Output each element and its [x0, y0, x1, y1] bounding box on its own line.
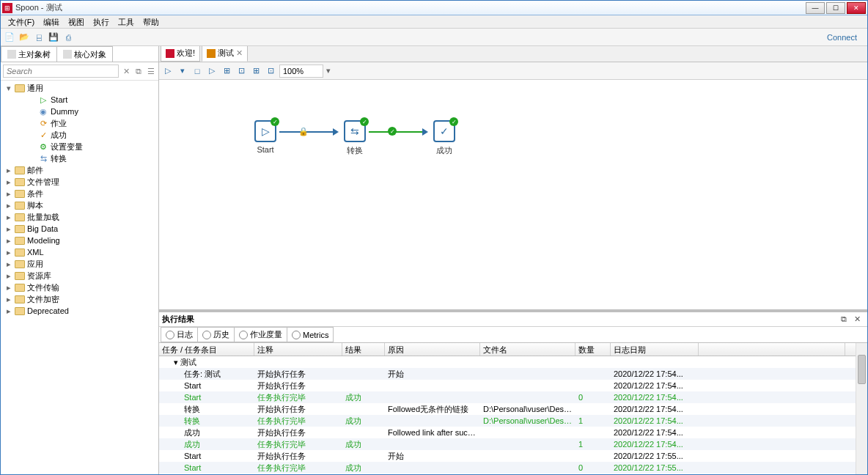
repo-icon[interactable]: ⌸	[33, 32, 45, 43]
run-icon[interactable]: ▷	[162, 65, 174, 77]
folder-icon	[15, 295, 25, 303]
column-header[interactable]	[699, 343, 845, 356]
results-tab[interactable]: 作业度量	[234, 327, 287, 342]
table-row[interactable]: ▾ 测试	[159, 356, 867, 368]
tree-node[interactable]: ▸Big Data	[2, 223, 157, 235]
editor-tab[interactable]: 测试✕	[202, 46, 248, 62]
tree-node[interactable]: ▸文件管理	[2, 176, 157, 188]
step-label: 成功	[426, 145, 463, 156]
tree-node[interactable]: ▸邮件	[2, 164, 157, 176]
success-badge-icon: ✓	[360, 117, 369, 126]
tree-node[interactable]: ▸Modeling	[2, 235, 157, 246]
save-icon[interactable]: 💾	[48, 32, 59, 43]
sidebar-tab-tree[interactable]: 主对象树	[1, 46, 57, 62]
table-row[interactable]: 转换开始执行任务Followed无条件的链接D:\Personal\vuser\…	[159, 474, 867, 474]
tree-node[interactable]: ⇆转换	[2, 152, 157, 164]
stop-icon[interactable]: □	[191, 65, 203, 77]
editor-tab[interactable]: 欢迎!	[161, 46, 200, 62]
tree-node[interactable]: ▸批量加载	[2, 211, 157, 223]
results-title: 执行结果	[162, 314, 838, 325]
sidebar-tab-core[interactable]: 核心对象	[56, 46, 113, 62]
search-input[interactable]	[3, 65, 119, 78]
verify-icon[interactable]: ⊡	[235, 65, 247, 77]
sidebar: 主对象树 核心对象 ✕ ⧉ ☰ ▾通用▷Start◉Dummy⟳作业✓成功⚙设置…	[1, 46, 159, 474]
debug-icon[interactable]: ⊞	[221, 65, 232, 77]
table-row[interactable]: Start开始执行任务开始2020/12/22 17:55...	[159, 450, 867, 462]
menu-item[interactable]: 编辑	[39, 15, 64, 28]
table-row[interactable]: 成功任务执行完毕成功12020/12/22 17:54...	[159, 438, 867, 450]
maximize-button[interactable]: ☐	[826, 2, 845, 14]
tree-node[interactable]: ▾通用	[2, 82, 157, 94]
tree-node[interactable]: ⟳作业	[2, 117, 157, 129]
editor-tabs: 欢迎!测试✕	[159, 46, 867, 62]
menu-item[interactable]: 工具	[114, 15, 139, 28]
tree-node[interactable]: ▸文件加密	[2, 293, 157, 305]
tree-node[interactable]: ▸文件传输	[2, 281, 157, 293]
results-detach-icon[interactable]: ⧉	[841, 314, 851, 325]
step-start[interactable]: ▷✓	[254, 120, 276, 142]
column-header[interactable]: 日志日期	[611, 343, 699, 356]
tree-node[interactable]: ▸Deprecated	[2, 305, 157, 317]
collapse-icon[interactable]: ☰	[146, 66, 156, 76]
tree: ▾通用▷Start◉Dummy⟳作业✓成功⚙设置变量⇆转换▸邮件▸文件管理▸条件…	[1, 81, 158, 474]
table-row[interactable]: 任务: 测试开始执行任务开始2020/12/22 17:54...	[159, 368, 867, 380]
tree-node[interactable]: ▸脚本	[2, 199, 157, 211]
table-row[interactable]: Start任务执行完毕成功02020/12/22 17:55...	[159, 462, 867, 474]
menu-item[interactable]: 文件(F)	[4, 15, 39, 28]
connect-link[interactable]: Connect	[827, 33, 864, 42]
table-row[interactable]: Start开始执行任务2020/12/22 17:54...	[159, 380, 867, 391]
clear-icon[interactable]: ✕	[121, 66, 131, 76]
folder-icon	[15, 237, 25, 245]
table-row[interactable]: 成功开始执行任务Followed link after success2020/…	[159, 427, 867, 438]
saveas-icon[interactable]: ⎙	[62, 32, 74, 43]
results-tab[interactable]: 历史	[197, 327, 235, 342]
tree-node[interactable]: ▸应用	[2, 258, 157, 270]
close-button[interactable]: ✕	[847, 2, 866, 14]
tree-node[interactable]: ▸XML	[2, 246, 157, 258]
sql-icon[interactable]: ⊡	[265, 65, 276, 77]
hop-arrow[interactable]	[369, 131, 426, 133]
results-tab[interactable]: Metrics	[287, 327, 334, 342]
results-tab[interactable]: 日志	[161, 327, 198, 342]
column-header[interactable]: 注释	[254, 343, 342, 356]
open-icon[interactable]: 📂	[18, 32, 30, 43]
success-badge-icon: ✓	[449, 117, 458, 126]
table-row[interactable]: 转换开始执行任务Followed无条件的链接D:\Personal\vuser\…	[159, 403, 867, 415]
titlebar: ⊞ Spoon - 测试 — ☐ ✕	[1, 1, 867, 15]
new-icon[interactable]: 📄	[4, 32, 15, 43]
tree-node[interactable]: ▸条件	[2, 188, 157, 199]
step-成功[interactable]: ✓✓	[433, 120, 455, 142]
table-row[interactable]: Start任务执行完毕成功02020/12/22 17:54...	[159, 391, 867, 403]
column-header[interactable]: 任务 / 任务条目	[159, 343, 254, 356]
tree-node[interactable]: ◉Dummy	[2, 106, 157, 117]
tree-node[interactable]: ▷Start	[2, 94, 157, 106]
tree-node[interactable]: ⚙设置变量	[2, 141, 157, 152]
preview-icon[interactable]: ▷	[206, 65, 218, 77]
step-转换[interactable]: ⇆✓	[344, 120, 366, 142]
tree-node[interactable]: ▸资源库	[2, 270, 157, 281]
column-header[interactable]: 文件名	[480, 343, 575, 356]
column-header[interactable]: 结果	[342, 343, 385, 356]
scrollbar[interactable]	[856, 343, 867, 474]
column-header[interactable]: 数量	[575, 343, 611, 356]
tree-node[interactable]: ✓成功	[2, 129, 157, 141]
app-icon: ⊞	[2, 3, 12, 13]
minimize-button[interactable]: —	[806, 2, 825, 14]
table-row[interactable]: 转换任务执行完毕成功D:\Personal\vuser\Desktop\测...…	[159, 415, 867, 427]
column-header[interactable]: 原因	[385, 343, 480, 356]
zoom-select[interactable]	[279, 65, 323, 78]
tab-close-icon[interactable]: ✕	[236, 48, 243, 58]
menu-item[interactable]: 帮助	[139, 15, 163, 28]
menu-item[interactable]: 视图	[64, 15, 89, 28]
canvas[interactable]: ▷✓Start🔒⇆✓转换✓✓✓成功	[159, 80, 867, 309]
play-icon: ▷	[38, 95, 48, 105]
folder-icon	[15, 225, 25, 233]
results-close-icon[interactable]: ✕	[854, 314, 864, 325]
folder-icon	[15, 272, 25, 280]
impact-icon[interactable]: ⊞	[250, 65, 262, 77]
toolbar: 📄 📂 ⌸ 💾 ⎙ Connect	[1, 29, 867, 46]
expand-icon[interactable]: ⧉	[133, 66, 144, 76]
window-title: Spoon - 测试	[15, 2, 806, 13]
pause-icon[interactable]: ▾	[177, 65, 188, 77]
menu-item[interactable]: 执行	[89, 15, 114, 28]
